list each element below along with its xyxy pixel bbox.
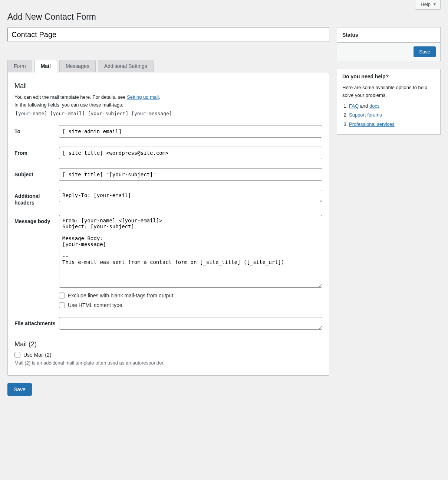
help-toggle-button[interactable]: Help ▼ xyxy=(415,0,441,10)
tab-mail[interactable]: Mail xyxy=(34,60,57,72)
mail-tags-intro: In the following fields, you can use the… xyxy=(14,101,322,109)
docs-link[interactable]: docs xyxy=(369,103,379,109)
to-label: To xyxy=(14,125,59,135)
page-title: Add New Contact Form xyxy=(7,12,441,22)
exclude-blank-checkbox[interactable] xyxy=(59,293,65,298)
help-intro: Here are some available options to help … xyxy=(342,84,435,99)
to-input[interactable] xyxy=(59,125,322,138)
use-html-label: Use HTML content type xyxy=(68,302,122,308)
mail-tags-list: [your-name] [your-email] [your-subject] … xyxy=(15,111,322,116)
save-button-side[interactable]: Save xyxy=(414,46,436,57)
help-toggle-label: Help xyxy=(421,1,431,7)
tab-row: Form Mail Messages Additional Settings xyxy=(7,60,329,72)
form-title-input[interactable] xyxy=(7,27,329,42)
help-box-title: Do you need help? xyxy=(337,69,440,84)
mail2-desc: Mail (2) is an additional mail template … xyxy=(14,360,322,366)
mail2-heading: Mail (2) xyxy=(14,340,322,348)
help-item-2: Support forums xyxy=(349,111,435,119)
save-button-bottom[interactable]: Save xyxy=(7,383,32,396)
setting-up-mail-link[interactable]: Setting up mail xyxy=(127,94,159,100)
file-attachments-input[interactable] xyxy=(59,317,322,330)
file-attachments-label: File attachments xyxy=(14,317,59,327)
mail-heading: Mail xyxy=(14,82,322,90)
mail-panel: Mail You can edit the mail template here… xyxy=(7,72,329,376)
from-input[interactable] xyxy=(59,147,322,159)
use-html-checkbox[interactable] xyxy=(59,302,65,308)
chevron-down-icon: ▼ xyxy=(433,2,437,6)
help-box: Do you need help? Here are some availabl… xyxy=(337,69,441,135)
tab-additional-settings[interactable]: Additional Settings xyxy=(98,60,154,72)
tab-form[interactable]: Form xyxy=(7,60,32,72)
faq-link[interactable]: FAQ xyxy=(349,103,359,109)
status-box-title: Status xyxy=(337,27,440,43)
mail-intro: You can edit the mail template here. For… xyxy=(14,94,322,101)
status-box: Status Save xyxy=(337,27,441,61)
subject-label: Subject xyxy=(14,168,59,178)
mail-intro-suffix: . xyxy=(159,94,160,100)
use-mail2-checkbox[interactable] xyxy=(14,352,20,358)
subject-input[interactable] xyxy=(59,168,322,181)
use-mail2-label: Use Mail (2) xyxy=(23,352,51,358)
additional-headers-label: Additional headers xyxy=(14,190,59,206)
message-body-input[interactable] xyxy=(59,215,322,288)
from-label: From xyxy=(14,147,59,156)
help-item-3: Professional services xyxy=(349,121,435,128)
tab-messages[interactable]: Messages xyxy=(59,60,96,72)
exclude-blank-label: Exclude lines with blank mail-tags from … xyxy=(68,293,173,298)
additional-headers-input[interactable] xyxy=(59,190,322,202)
professional-services-link[interactable]: Professional services xyxy=(349,121,395,127)
message-body-label: Message body xyxy=(14,215,59,225)
support-forums-link[interactable]: Support forums xyxy=(349,112,382,118)
mail-intro-prefix: You can edit the mail template here. For… xyxy=(14,94,127,100)
help-item-1: FAQ and docs xyxy=(349,102,435,110)
